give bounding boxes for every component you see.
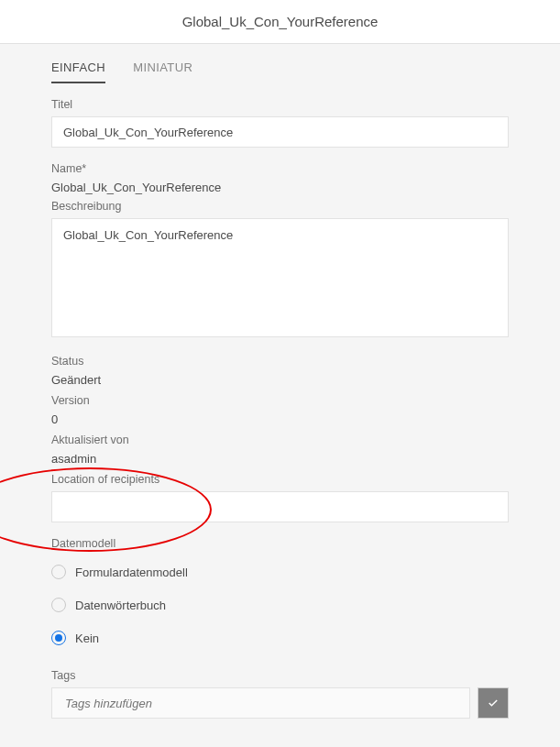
version-value: 0 xyxy=(51,412,509,426)
beschreibung-label: Beschreibung xyxy=(51,200,509,213)
datenmodell-label: Datenmodell xyxy=(51,537,509,550)
radio-kein[interactable]: Kein xyxy=(51,621,509,654)
radio-label: Formulardatenmodell xyxy=(75,566,188,579)
status-label: Status xyxy=(51,355,509,368)
name-value: Global_Uk_Con_YourReference xyxy=(51,181,509,194)
tab-miniatur[interactable]: MINIATUR xyxy=(133,60,192,83)
location-of-recipients-label: Location of recipients xyxy=(51,473,509,486)
radio-label: Datenwörterbuch xyxy=(75,599,166,612)
tab-bar: EINFACH MINIATUR xyxy=(51,44,509,83)
name-label: Name* xyxy=(51,162,509,175)
radio-icon xyxy=(51,598,66,612)
tab-einfach[interactable]: EINFACH xyxy=(51,60,105,83)
version-label: Version xyxy=(51,394,509,407)
aktualisiert-von-value: asadmin xyxy=(51,452,509,466)
tags-label: Tags xyxy=(51,669,509,682)
radio-datenwoerterbuch[interactable]: Datenwörterbuch xyxy=(51,588,509,621)
tags-input[interactable] xyxy=(63,696,458,711)
tags-confirm-button[interactable] xyxy=(478,687,509,719)
check-icon xyxy=(487,697,500,709)
datenmodell-radio-group: Formulardatenmodell Datenwörterbuch Kein xyxy=(51,555,509,654)
tags-input-wrap[interactable] xyxy=(51,687,470,719)
beschreibung-textarea[interactable] xyxy=(51,218,509,337)
aktualisiert-von-label: Aktualisiert von xyxy=(51,434,509,446)
radio-formulardatenmodell[interactable]: Formulardatenmodell xyxy=(51,555,509,588)
radio-label: Kein xyxy=(75,632,99,645)
titel-input[interactable] xyxy=(51,116,509,148)
status-value: Geändert xyxy=(51,373,509,387)
radio-icon xyxy=(51,565,66,579)
page-title: Global_Uk_Con_YourReference xyxy=(0,0,560,44)
location-of-recipients-input[interactable] xyxy=(51,491,509,522)
titel-label: Titel xyxy=(51,98,509,111)
radio-icon xyxy=(51,631,66,645)
